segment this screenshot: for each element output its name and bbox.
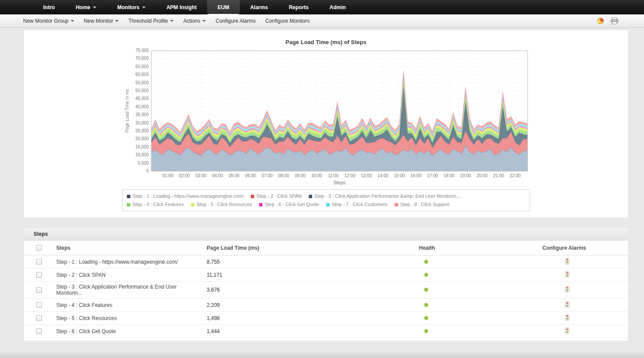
page-load-time-value: 11,171: [194, 270, 406, 280]
nav-item-admin[interactable]: Admin: [319, 0, 356, 14]
legend-item-step-5: Step - 5 : Click Resources: [191, 200, 252, 209]
legend-item-step-2: Step - 2 : Click SPAN: [251, 192, 302, 200]
toolbar-item-configure-monitors[interactable]: Configure Monitors: [261, 18, 314, 24]
nav-item-alarms[interactable]: Alarms: [240, 0, 279, 14]
configure-alarms-cell: [529, 256, 628, 268]
nav-item-reports[interactable]: Reports: [278, 0, 319, 14]
legend-item-step-3: Step - 3 : Click Application Performance…: [309, 192, 460, 200]
steps-section-title: Steps: [24, 228, 628, 241]
legend-label: Step - 6 : Click Get Quote: [265, 200, 319, 209]
legend-label: Step - 7 : Click Customers: [332, 200, 388, 209]
nav-item-eum[interactable]: EUM: [207, 0, 240, 14]
chart-panel: Page Load Time (ms) of Steps 05,00010,00…: [24, 30, 628, 217]
nav-item-monitors[interactable]: Monitors: [107, 0, 156, 14]
legend-marker-icon: [395, 203, 398, 207]
svg-text:11:00: 11:00: [328, 173, 339, 178]
toolbar-item-label: New Monitor Group: [23, 18, 68, 24]
configure-alarms-cell: [529, 284, 628, 296]
select-all-checkbox[interactable]: [36, 245, 42, 251]
page-load-time-value: 1,444: [194, 326, 406, 337]
svg-text:10:00: 10:00: [311, 173, 322, 178]
configure-alarm-icon[interactable]: [565, 329, 569, 335]
svg-text:17:00: 17:00: [427, 173, 438, 178]
step-link[interactable]: Step - 2 : Click SPAN: [56, 272, 106, 278]
row-checkbox[interactable]: [36, 315, 42, 321]
row-checkbox[interactable]: [36, 302, 42, 308]
health-status-icon: [424, 303, 428, 307]
step-name-cell: Step - 1 : Loading - https://www.managee…: [43, 257, 194, 267]
chevron-down-icon: [71, 20, 74, 22]
toolbar-item-label: Threshold Profile: [128, 18, 168, 24]
row-checkbox[interactable]: [36, 272, 42, 278]
personalize-icon[interactable]: [596, 17, 604, 24]
health-cell: [406, 270, 529, 280]
row-checkbox[interactable]: [36, 287, 42, 293]
step-name-cell: Step - 6 : Click Get Quote: [43, 326, 194, 337]
toolbar-item-actions[interactable]: Actions: [178, 18, 211, 24]
row-checkbox[interactable]: [36, 328, 42, 334]
toolbar-item-label: Actions: [183, 18, 200, 24]
col-header-health: Health: [406, 243, 529, 253]
legend-row: Step - 4 : Click FeaturesStep - 5 : Clic…: [127, 200, 525, 209]
svg-text:5,000: 5,000: [138, 161, 149, 165]
page-load-time-value: 2,209: [194, 300, 406, 310]
nav-item-apm-insight[interactable]: APM Insight: [156, 0, 207, 14]
svg-text:35,000: 35,000: [135, 112, 149, 117]
svg-text:20:00: 20:00: [477, 173, 487, 178]
nav-item-home[interactable]: Home: [65, 0, 107, 14]
svg-text:30,000: 30,000: [135, 120, 149, 125]
toolbar-item-threshold-profile[interactable]: Threshold Profile: [123, 18, 178, 24]
y-axis-label: Page Load Time in ms: [125, 89, 129, 133]
svg-text:05:00: 05:00: [228, 173, 239, 178]
nav-item-label: Home: [76, 4, 90, 10]
svg-text:14:00: 14:00: [378, 173, 388, 178]
x-axis-label: Steps: [333, 180, 346, 185]
step-link[interactable]: Step - 3 : Click Application Performance…: [56, 284, 177, 296]
step-link[interactable]: Step - 5 : Click Resources: [56, 315, 117, 321]
table-row-step-5: Step - 5 : Click Resources1,498: [24, 312, 628, 325]
svg-text:19:00: 19:00: [460, 173, 471, 178]
row-checkbox-cell: [24, 326, 43, 336]
print-icon[interactable]: [610, 17, 619, 24]
svg-text:04:00: 04:00: [212, 173, 223, 178]
svg-text:75,000: 75,000: [135, 48, 149, 53]
col-header-steps: Steps: [43, 243, 194, 253]
health-cell: [406, 257, 529, 267]
legend-marker-icon: [259, 203, 262, 207]
toolbar-item-new-monitor-group[interactable]: New Monitor Group: [18, 18, 79, 24]
legend-marker-icon: [251, 195, 254, 198]
configure-alarm-icon[interactable]: [565, 273, 569, 279]
legend-marker-icon: [191, 203, 194, 207]
configure-alarm-icon[interactable]: [565, 303, 569, 309]
chevron-down-icon: [115, 20, 119, 22]
svg-text:0: 0: [146, 169, 149, 173]
step-link[interactable]: Step - 4 : Click Features: [56, 302, 112, 308]
step-link[interactable]: Step - 1 : Loading - https://www.managee…: [56, 259, 178, 265]
chevron-down-icon: [202, 20, 206, 22]
toolbar-item-configure-alarms[interactable]: Configure Alarms: [211, 18, 260, 24]
toolbar-item-new-monitor[interactable]: New Monitor: [79, 18, 123, 24]
configure-alarm-icon[interactable]: [565, 288, 569, 294]
step-name-cell: Step - 5 : Click Resources: [43, 313, 194, 324]
configure-alarm-icon[interactable]: [565, 316, 569, 322]
row-checkbox-cell: [24, 285, 43, 295]
table-row-step-6: Step - 6 : Click Get Quote1,444: [24, 325, 628, 338]
step-name-cell: Step - 3 : Click Application Performance…: [43, 282, 194, 298]
configure-alarms-cell: [529, 269, 628, 281]
row-checkbox[interactable]: [36, 259, 42, 265]
svg-text:16:00: 16:00: [410, 173, 421, 178]
legend-marker-icon: [127, 195, 130, 198]
nav-item-intro[interactable]: Intro: [33, 0, 65, 14]
legend-item-step-4: Step - 4 : Click Features: [127, 200, 184, 209]
configure-alarm-icon[interactable]: [565, 260, 569, 266]
configure-alarms-cell: [529, 299, 628, 311]
step-name-cell: Step - 2 : Click SPAN: [43, 270, 194, 280]
svg-text:10,000: 10,000: [135, 152, 149, 157]
nav-item-label: Reports: [289, 4, 308, 10]
toolbar-item-label: New Monitor: [84, 18, 113, 24]
main-content: Page Load Time (ms) of Steps 05,00010,00…: [24, 30, 628, 341]
legend-item-step-8: Step - 8 : Click Support: [395, 200, 450, 209]
nav-item-label: Monitors: [117, 4, 140, 10]
step-link[interactable]: Step - 6 : Click Get Quote: [56, 328, 116, 334]
page-load-time-value: 8,755: [194, 257, 406, 267]
